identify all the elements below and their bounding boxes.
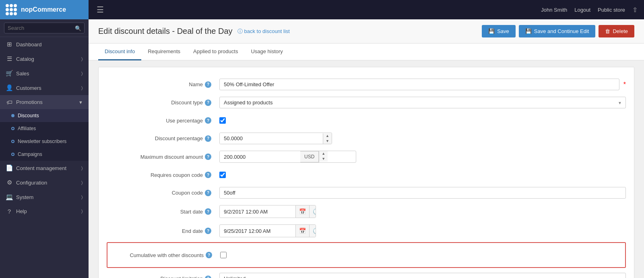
discount-limitation-select[interactable]: Unlimited	[219, 273, 626, 278]
discount-limitation-row: Discount limitation ? Unlimited	[99, 270, 634, 278]
tab-applied-to-products[interactable]: Applied to products	[187, 44, 244, 60]
sidebar-item-discounts[interactable]: Discounts	[0, 109, 89, 122]
sidebar-item-label: Configuration	[16, 180, 47, 186]
sidebar-item-configuration[interactable]: ⚙ Configuration 〉	[0, 175, 89, 190]
max-discount-help-icon[interactable]: ?	[205, 154, 211, 160]
coupon-code-input[interactable]	[219, 187, 626, 199]
dot-icon	[11, 153, 14, 156]
configuration-icon: ⚙	[6, 179, 13, 186]
discount-percentage-arrows: ▲ ▼	[323, 133, 332, 144]
requires-coupon-checkbox[interactable]	[219, 172, 226, 178]
use-percentage-checkbox[interactable]	[219, 117, 226, 124]
user-name: John Smith	[541, 7, 567, 13]
save-continue-button[interactable]: 💾 Save and Continue Edit	[519, 25, 596, 37]
chevron-right-icon: 〉	[81, 180, 83, 185]
save-icon: 💾	[488, 28, 495, 34]
discount-form-card: Name ? * Discount type ?	[98, 67, 634, 278]
sidebar-item-affiliates[interactable]: Affiliates	[0, 122, 89, 135]
discount-type-label: Discount type ?	[107, 100, 219, 106]
sidebar-item-campaigns[interactable]: Campaigns	[0, 148, 89, 161]
use-percentage-label: Use percentage ?	[107, 117, 219, 124]
chevron-right-icon: 〉	[81, 195, 83, 200]
discount-percentage-row: Discount percentage ? ▲ ▼	[99, 129, 634, 147]
cumulative-checkbox[interactable]	[220, 252, 227, 258]
sidebar-item-newsletter-subscribers[interactable]: Newsletter subscribers	[0, 135, 89, 148]
max-discount-amount-control: USD ▲ ▼	[219, 151, 626, 163]
save-button[interactable]: 💾 Save	[482, 25, 516, 37]
logo-icon	[6, 4, 17, 15]
clock-icon[interactable]: 🕐	[309, 225, 316, 237]
cumulative-help-icon[interactable]: ?	[206, 252, 212, 258]
name-input[interactable]	[219, 79, 619, 90]
discount-limitation-help-icon[interactable]: ?	[205, 276, 211, 278]
active-dot-icon	[11, 114, 14, 117]
discount-type-control: Assigned to products	[219, 97, 626, 108]
sidebar-item-system[interactable]: 💻 System 〉	[0, 190, 89, 204]
max-discount-down[interactable]: ▼	[319, 156, 328, 162]
max-discount-amount-row: Maximum discount amount ? USD ▲ ▼	[99, 147, 634, 166]
chevron-right-icon: 〉	[81, 71, 83, 76]
sidebar-item-label: Help	[16, 208, 27, 214]
discount-percentage-down[interactable]: ▼	[323, 139, 332, 144]
name-help-icon[interactable]: ?	[205, 81, 211, 88]
search-input[interactable]	[4, 23, 85, 33]
sidebar-item-label: Content management	[16, 165, 66, 171]
requires-coupon-label: Requires coupon code ?	[107, 172, 219, 178]
tab-requirements[interactable]: Requirements	[141, 44, 187, 60]
tab-discount-info[interactable]: Discount info	[98, 44, 141, 60]
sidebar-item-help[interactable]: ? Help 〉	[0, 204, 89, 218]
back-to-list-link[interactable]: ⓘ back to discount list	[237, 28, 290, 35]
start-date-control: 📅 🕐	[219, 205, 626, 218]
discount-percentage-input[interactable]	[220, 133, 323, 144]
discount-type-help-icon[interactable]: ?	[205, 100, 211, 106]
discount-percentage-up[interactable]: ▲	[323, 133, 332, 139]
cumulative-row-highlighted: Cumulative with other discounts ?	[107, 242, 626, 268]
discount-percentage-help-icon[interactable]: ?	[205, 135, 211, 142]
page-title: Edit discount details - Deal of the Day	[98, 27, 233, 36]
promotions-icon: 🏷	[6, 99, 13, 106]
tab-usage-history[interactable]: Usage history	[244, 44, 289, 60]
use-percentage-help-icon[interactable]: ?	[205, 117, 211, 124]
discount-limitation-select-wrap: Unlimited	[219, 273, 626, 278]
coupon-code-label: Coupon code ?	[107, 190, 219, 196]
requires-coupon-help-icon[interactable]: ?	[205, 172, 211, 178]
sidebar-item-sales[interactable]: 🛒 Sales 〉	[0, 66, 89, 81]
delete-button[interactable]: 🗑 Delete	[599, 25, 634, 37]
sales-icon: 🛒	[6, 70, 13, 77]
clock-icon[interactable]: 🕐	[309, 205, 316, 218]
hamburger-icon[interactable]: ☰	[97, 5, 104, 15]
share-icon[interactable]: ⇧	[632, 6, 638, 14]
end-date-input[interactable]	[220, 226, 295, 237]
logo-area: nopCommerce	[0, 0, 89, 19]
end-date-control: 📅 🕐	[219, 224, 626, 237]
sidebar-item-label: Promotions	[16, 99, 43, 105]
logout-link[interactable]: Logout	[574, 7, 590, 13]
discount-limitation-label: Discount limitation ?	[107, 276, 219, 278]
end-date-help-icon[interactable]: ?	[205, 228, 211, 234]
top-nav: nopCommerce ☰ John Smith Logout Public s…	[0, 0, 644, 19]
start-date-help-icon[interactable]: ?	[205, 208, 211, 215]
coupon-code-help-icon[interactable]: ?	[205, 190, 211, 196]
public-store-link[interactable]: Public store	[598, 7, 625, 13]
form-area: Name ? * Discount type ?	[89, 60, 644, 278]
calendar-icon[interactable]: 📅	[295, 225, 309, 237]
discount-type-row: Discount type ? Assigned to products	[99, 93, 634, 112]
discount-type-select[interactable]: Assigned to products	[219, 97, 626, 108]
discount-type-select-wrap: Assigned to products	[219, 97, 626, 108]
sidebar-item-content-management[interactable]: 📄 Content management 〉	[0, 161, 89, 175]
sidebar-item-catalog[interactable]: ☰ Catalog 〉	[0, 52, 89, 66]
sidebar-item-promotions[interactable]: 🏷 Promotions ▼	[0, 95, 89, 109]
sidebar-item-dashboard[interactable]: ⊞ Dashboard	[0, 37, 89, 52]
start-date-label: Start date ?	[107, 208, 219, 215]
coupon-code-row: Coupon code ?	[99, 184, 634, 202]
sidebar-item-customers[interactable]: 👤 Customers 〉	[0, 81, 89, 95]
content-icon: 📄	[6, 164, 13, 172]
start-date-input[interactable]	[220, 206, 295, 217]
max-discount-amount-input[interactable]	[220, 151, 300, 162]
calendar-icon[interactable]: 📅	[295, 205, 309, 218]
main-content: Edit discount details - Deal of the Day …	[89, 19, 644, 278]
max-discount-up[interactable]: ▲	[319, 151, 328, 156]
cumulative-control	[220, 252, 617, 258]
start-date-row: Start date ? 📅 🕐	[99, 202, 634, 221]
discount-percentage-label: Discount percentage ?	[107, 135, 219, 142]
